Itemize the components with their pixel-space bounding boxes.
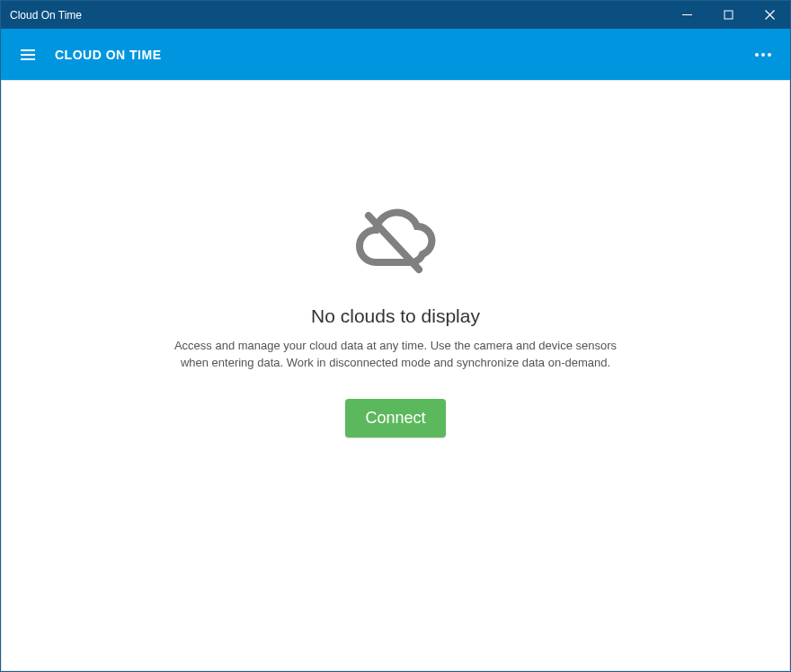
empty-state-description: Access and manage your cloud data at any… [162, 338, 629, 372]
svg-point-7 [755, 53, 759, 57]
maximize-icon [724, 10, 733, 20]
window-titlebar: Cloud On Time [1, 1, 790, 29]
svg-point-9 [768, 53, 771, 57]
close-icon [765, 10, 775, 20]
svg-rect-1 [724, 11, 733, 19]
close-button[interactable] [749, 1, 790, 29]
menu-button[interactable] [12, 39, 44, 71]
cloud-off-icon [351, 207, 440, 280]
window-title: Cloud On Time [10, 9, 666, 22]
maximize-button[interactable] [707, 1, 749, 29]
app-window: Cloud On Time CLOUD ON TIME [0, 0, 791, 672]
connect-button[interactable]: Connect [345, 399, 445, 438]
more-horizontal-icon [753, 45, 773, 65]
minimize-icon [682, 10, 692, 20]
more-options-button[interactable] [747, 39, 779, 71]
main-content: No clouds to display Access and manage y… [1, 80, 790, 671]
svg-point-8 [761, 53, 765, 57]
minimize-button[interactable] [666, 1, 707, 29]
app-toolbar: CLOUD ON TIME [1, 29, 790, 80]
window-controls [666, 1, 790, 29]
empty-state-heading: No clouds to display [311, 305, 480, 327]
app-title: CLOUD ON TIME [55, 48, 747, 62]
hamburger-icon [19, 46, 37, 64]
